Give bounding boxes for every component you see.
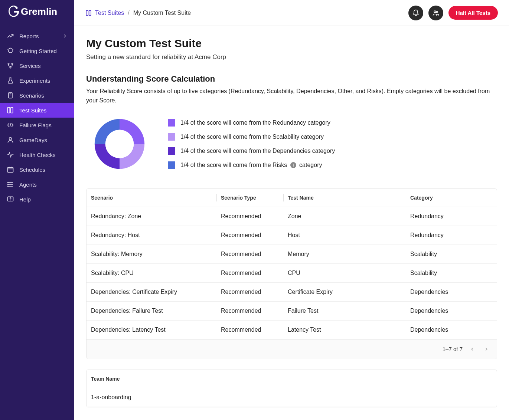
table-row[interactable]: Dependencies: Latency TestRecommendedLat…	[87, 320, 497, 339]
cell-category: Redundancy	[406, 207, 497, 226]
th-scenario[interactable]: Scenario	[87, 189, 216, 207]
sidebar-item-label: Failure Flags	[19, 122, 52, 128]
donut-slice-dependencies	[95, 144, 120, 169]
sidebar-item-label: Services	[19, 63, 41, 69]
topbar: Test Suites / My Custom Test Suite Halt …	[74, 0, 509, 26]
sidebar-item-label: GameDays	[19, 137, 47, 143]
table-row[interactable]: 1-a-onboarding	[87, 388, 497, 407]
cell-category: Dependencies	[406, 301, 497, 320]
nav: ReportsGetting StartedServicesExperiment…	[0, 29, 74, 207]
agents-icon	[7, 181, 14, 188]
sidebar-item-label: Schedules	[19, 167, 45, 173]
cell-test-name: Memory	[283, 245, 406, 263]
svg-rect-11	[8, 167, 13, 172]
sidebar-item-failure-flags[interactable]: Failure Flags	[0, 118, 74, 132]
cell-test-name: CPU	[283, 263, 406, 282]
sidebar-item-label: Scenarios	[19, 92, 44, 99]
score-description: Your Reliability Score consists of up to…	[86, 87, 497, 105]
legend-text: 1/4 of the score will come from the Scal…	[180, 134, 324, 140]
sidebar-item-label: Getting Started	[19, 48, 57, 54]
legend-swatch	[168, 161, 175, 169]
score-donut-chart	[90, 114, 149, 174]
sidebar-item-help[interactable]: Help	[0, 192, 74, 207]
halt-all-tests-button[interactable]: Halt All Tests	[448, 6, 498, 20]
svg-point-10	[9, 137, 12, 140]
legend-swatch	[168, 119, 175, 127]
sidebar-item-agents[interactable]: Agents	[0, 177, 74, 192]
gremlin-logo-icon: Gremlin	[8, 5, 64, 19]
donut-slice-risks	[95, 119, 120, 144]
sidebar-item-health-checks[interactable]: Health Checks	[0, 147, 74, 162]
svg-point-1	[8, 63, 9, 64]
cell-scenario: Dependencies: Failure Test	[87, 301, 216, 320]
cell-scenario-type: Recommended	[216, 282, 283, 301]
sidebar: Gremlin ReportsGetting StartedServicesEx…	[0, 0, 74, 420]
sidebar-item-services[interactable]: Services	[0, 58, 74, 73]
sidebar-item-test-suites[interactable]: Test Suites	[0, 103, 74, 118]
table-row[interactable]: Dependencies: Certificate ExpiryRecommen…	[87, 282, 497, 301]
legend-row: 1/4 of the score will come from the Scal…	[168, 133, 335, 141]
scenarios-table-card: Scenario Scenario Type Test Name Categor…	[86, 188, 497, 359]
sidebar-item-label: Experiments	[19, 78, 50, 84]
cell-test-name: Zone	[283, 207, 406, 226]
team-table-card: Team Name 1-a-onboarding	[86, 370, 497, 407]
legend-text: 1/4 of the score will come from the Depe…	[180, 148, 335, 154]
th-team-name[interactable]: Team Name	[87, 370, 497, 388]
cell-scenario: Scalability: CPU	[87, 263, 216, 282]
test-suites-icon	[7, 106, 14, 114]
legend-text: 1/4 of the score will come from the Risk…	[180, 162, 322, 168]
legend-text: 1/4 of the score will come from the Redu…	[180, 119, 330, 126]
pager-next-button[interactable]	[482, 345, 491, 354]
notifications-button[interactable]	[408, 6, 423, 20]
th-scenario-type[interactable]: Scenario Type	[216, 189, 283, 207]
sidebar-item-scenarios[interactable]: Scenarios	[0, 88, 74, 103]
sidebar-item-label: Reports	[19, 33, 39, 39]
cell-scenario: Scalability: Memory	[87, 245, 216, 263]
cell-category: Scalability	[406, 245, 497, 263]
reports-icon	[7, 32, 14, 40]
info-icon[interactable]: i	[290, 162, 296, 168]
cell-scenario-type: Recommended	[216, 263, 283, 282]
breadcrumb-link[interactable]: Test Suites	[95, 10, 124, 16]
th-test-name[interactable]: Test Name	[283, 189, 406, 207]
sidebar-item-schedules[interactable]: Schedules	[0, 162, 74, 177]
cell-scenario: Redundancy: Host	[87, 226, 216, 245]
gamedays-icon	[7, 136, 14, 144]
sidebar-item-experiments[interactable]: Experiments	[0, 73, 74, 88]
svg-rect-7	[8, 108, 10, 113]
legend-swatch	[168, 133, 175, 141]
sidebar-item-label: Agents	[19, 181, 37, 188]
table-row[interactable]: Scalability: MemoryRecommendedMemoryScal…	[87, 245, 497, 263]
svg-point-19	[10, 200, 11, 200]
svg-point-16	[8, 184, 9, 185]
legend-row: 1/4 of the score will come from the Risk…	[168, 161, 335, 169]
page-title: My Custom Test Suite	[86, 37, 497, 50]
table-row[interactable]: Dependencies: Failure TestRecommendedFai…	[87, 301, 497, 320]
cell-test-name: Latency Test	[283, 320, 406, 339]
team-button[interactable]	[428, 6, 443, 20]
logo: Gremlin	[0, 5, 74, 29]
sidebar-item-reports[interactable]: Reports	[0, 29, 74, 43]
cell-test-name: Failure Test	[283, 301, 406, 320]
sidebar-item-getting-started[interactable]: Getting Started	[0, 43, 74, 58]
score-heading: Understanding Score Calculation	[86, 74, 497, 84]
svg-point-23	[436, 11, 438, 13]
svg-text:Gremlin: Gremlin	[21, 6, 57, 17]
cell-category: Scalability	[406, 263, 497, 282]
table-row[interactable]: Redundancy: ZoneRecommendedZoneRedundanc…	[87, 207, 497, 226]
cell-category: Dependencies	[406, 320, 497, 339]
sidebar-item-gamedays[interactable]: GameDays	[0, 132, 74, 147]
table-row[interactable]: Scalability: CPURecommendedCPUScalabilit…	[87, 263, 497, 282]
svg-rect-20	[86, 10, 88, 16]
table-row[interactable]: Redundancy: HostRecommendedHostRedundanc…	[87, 226, 497, 245]
page-subtitle: Setting a new standard for reliability a…	[86, 53, 497, 61]
svg-point-2	[12, 63, 13, 64]
cell-scenario-type: Recommended	[216, 207, 283, 226]
scenarios-icon	[7, 92, 14, 99]
donut-slice-scalability	[120, 144, 144, 169]
th-category[interactable]: Category	[406, 189, 497, 207]
pager-prev-button[interactable]	[468, 345, 477, 354]
svg-point-3	[10, 67, 11, 68]
svg-point-15	[8, 182, 9, 183]
sidebar-item-label: Test Suites	[19, 107, 46, 114]
